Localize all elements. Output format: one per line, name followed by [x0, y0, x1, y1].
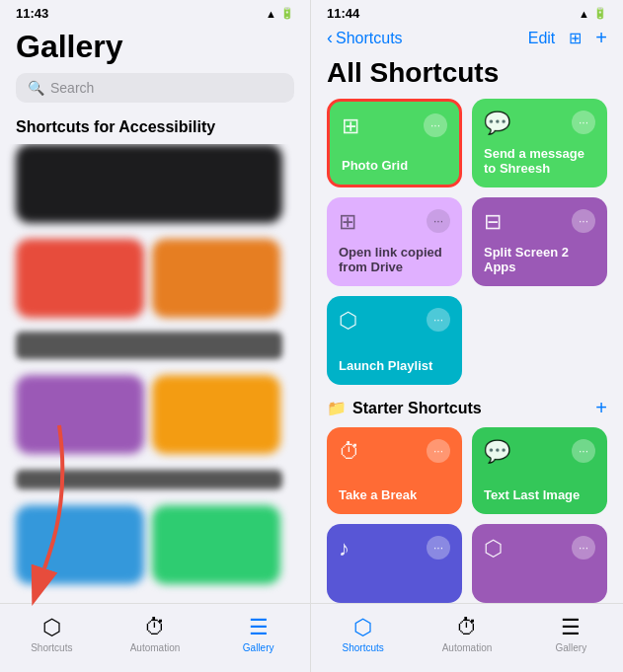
blurred-card-2	[16, 239, 144, 318]
message-icon: 💬	[484, 111, 510, 136]
starter-section-header: 📁 Starter Shortcuts +	[311, 385, 623, 427]
chevron-left-icon: ‹	[327, 28, 333, 48]
right-shortcuts-icon: ⬡	[353, 615, 372, 640]
back-button[interactable]: ‹ Shortcuts	[327, 28, 403, 48]
folder-icon: 📁	[327, 399, 347, 417]
left-tab-shortcuts[interactable]: ⬡ Shortcuts	[0, 615, 104, 653]
right-tab-automation[interactable]: ⏱ Automation	[415, 615, 518, 653]
add-button[interactable]: +	[595, 27, 607, 49]
blurred-content	[0, 144, 310, 672]
blurred-card-1	[16, 144, 282, 223]
take-break-label: Take a Break	[339, 487, 450, 502]
right-time: 11:44	[327, 6, 359, 21]
right-automation-label: Automation	[442, 642, 493, 653]
right-automation-icon: ⏱	[456, 615, 478, 640]
section-header-left: 📁 Starter Shortcuts	[327, 399, 482, 417]
bottom1-more[interactable]: ···	[427, 536, 450, 560]
card-top: ♪ ···	[339, 536, 450, 561]
text-last-image-card[interactable]: 💬 ··· Text Last Image	[472, 427, 607, 514]
right-tab-shortcuts[interactable]: ⬡ Shortcuts	[311, 615, 415, 653]
search-bar[interactable]: 🔍 Search	[16, 73, 294, 103]
section-title: Shortcuts for Accessibility	[0, 114, 310, 144]
launch-playlist-label: Launch Playlist	[339, 358, 450, 373]
right-nav: ‹ Shortcuts Edit ⊞ +	[311, 25, 623, 55]
blurred-text-1	[16, 332, 282, 359]
left-status-icons: ▲ 🔋	[266, 7, 294, 20]
battery-icon: 🔋	[280, 7, 294, 20]
send-message-more[interactable]: ···	[572, 111, 595, 134]
photo-grid-card[interactable]: ⊞ ··· Photo Grid	[327, 99, 462, 187]
right-wifi-icon: ▲	[579, 8, 589, 20]
search-icon: 🔍	[28, 80, 44, 96]
bottom2-more[interactable]: ···	[572, 536, 595, 560]
send-message-label: Send a message to Shreesh	[484, 146, 595, 176]
card-top: 💬 ···	[484, 439, 595, 465]
card-top: ⊞ ···	[339, 209, 450, 235]
split-icon: ⊟	[484, 209, 502, 235]
split-screen-more[interactable]: ···	[572, 209, 595, 233]
right-gallery-icon: ☰	[561, 615, 581, 640]
automation-tab-icon: ⏱	[144, 615, 166, 640]
bottom-card-1[interactable]: ♪ ···	[327, 524, 462, 603]
back-label: Shortcuts	[336, 30, 403, 47]
gallery-tab-label: Gallery	[243, 642, 274, 653]
shortcuts-tab-label: Shortcuts	[31, 642, 72, 653]
open-link-more[interactable]: ···	[427, 209, 450, 233]
starter-add-button[interactable]: +	[595, 397, 607, 419]
left-time: 11:43	[16, 6, 48, 21]
red-arrow	[10, 415, 89, 613]
gallery-tab-icon: ☰	[249, 615, 269, 640]
left-tab-bar: ⬡ Shortcuts ⏱ Automation ☰ Gallery	[0, 603, 310, 672]
split-screen-card[interactable]: ⊟ ··· Split Screen 2 Apps	[472, 197, 607, 286]
photo-grid-icon: ⊞	[342, 113, 359, 139]
card-top: ⊟ ···	[484, 209, 595, 235]
automation-tab-label: Automation	[130, 642, 181, 653]
launch-playlist-more[interactable]: ···	[427, 308, 450, 332]
card-top: ⬡ ···	[339, 308, 450, 334]
blurred-card-7	[152, 505, 280, 584]
left-tab-automation[interactable]: ⏱ Automation	[104, 615, 207, 653]
left-status-bar: 11:43 ▲ 🔋	[0, 0, 310, 25]
split-screen-label: Split Screen 2 Apps	[484, 245, 595, 274]
nav-actions: Edit ⊞ +	[528, 27, 607, 49]
text-last-more[interactable]: ···	[572, 439, 595, 463]
gallery-title: Gallery	[0, 25, 310, 73]
text-image-icon: 💬	[484, 439, 510, 465]
right-gallery-label: Gallery	[555, 642, 586, 653]
hex-icon: ⬡	[484, 536, 503, 561]
playlist-icon: ⬡	[339, 308, 357, 334]
card-top: ⏱ ···	[339, 439, 450, 465]
bottom-card-2[interactable]: ⬡ ···	[472, 524, 607, 603]
launch-playlist-card[interactable]: ⬡ ··· Launch Playlist	[327, 296, 462, 385]
all-shortcuts-title: All Shortcuts	[311, 55, 623, 99]
right-tab-gallery[interactable]: ☰ Gallery	[519, 615, 623, 653]
wifi-icon: ▲	[266, 8, 276, 20]
right-status-bar: 11:44 ▲ 🔋	[311, 0, 623, 25]
right-battery-icon: 🔋	[593, 7, 607, 20]
open-link-card[interactable]: ⊞ ··· Open link copied from Drive	[327, 197, 462, 286]
starter-shortcuts-grid: ⏱ ··· Take a Break 💬 ··· Text Last Image…	[311, 427, 623, 603]
timer-icon: ⏱	[339, 439, 360, 465]
right-status-icons: ▲ 🔋	[579, 7, 607, 20]
right-shortcuts-label: Shortcuts	[343, 642, 384, 653]
left-tab-gallery[interactable]: ☰ Gallery	[206, 615, 310, 653]
take-break-more[interactable]: ···	[427, 439, 450, 463]
card-top: 💬 ···	[484, 111, 595, 136]
shortcuts-grid: ⊞ ··· Photo Grid 💬 ··· Send a message to…	[311, 99, 623, 385]
shortcuts-tab-icon: ⬡	[42, 615, 61, 640]
grid-icon[interactable]: ⊞	[569, 29, 582, 47]
link-icon: ⊞	[339, 209, 356, 235]
music-icon: ♪	[339, 536, 350, 561]
starter-title: Starter Shortcuts	[352, 400, 482, 417]
send-message-card[interactable]: 💬 ··· Send a message to Shreesh	[472, 99, 607, 187]
open-link-label: Open link copied from Drive	[339, 245, 450, 274]
take-break-card[interactable]: ⏱ ··· Take a Break	[327, 427, 462, 514]
card-top: ⬡ ···	[484, 536, 595, 561]
search-placeholder: Search	[50, 80, 94, 96]
blurred-card-3	[152, 239, 280, 318]
left-panel: 11:43 ▲ 🔋 Gallery 🔍 Search Shortcuts for…	[0, 0, 311, 672]
edit-button[interactable]: Edit	[528, 30, 556, 47]
right-tab-bar: ⬡ Shortcuts ⏱ Automation ☰ Gallery	[311, 603, 623, 672]
photo-grid-more[interactable]: ···	[424, 113, 447, 137]
text-last-label: Text Last Image	[484, 487, 595, 502]
